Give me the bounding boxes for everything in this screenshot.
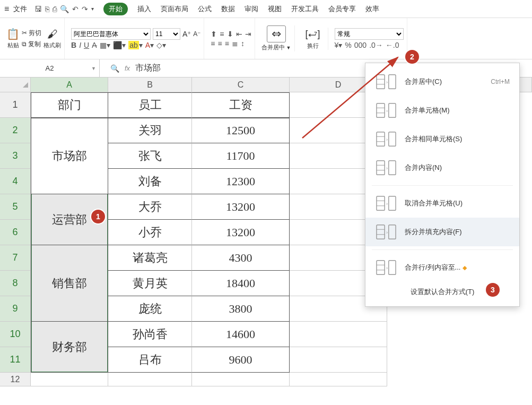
merge-menu-center[interactable]: ›合并居中(C)Ctrl+M xyxy=(365,67,519,96)
print-icon[interactable]: ⎙ xyxy=(53,5,57,13)
align-mid-icon[interactable]: ≡ xyxy=(220,30,224,38)
row-header[interactable]: 7 xyxy=(0,245,31,271)
tab-vip[interactable]: 会员专享 xyxy=(328,4,356,14)
cell[interactable]: 14600 xyxy=(192,322,290,347)
fill-color-button[interactable]: ⬛▾ xyxy=(113,41,126,49)
cell[interactable]: 13200 xyxy=(192,194,290,220)
col-header-C[interactable]: C xyxy=(192,77,290,92)
font-color-button[interactable]: A▾ xyxy=(145,41,154,49)
align-right-icon[interactable]: ≡ xyxy=(225,39,229,48)
cell[interactable]: 诸葛亮 xyxy=(108,245,192,271)
row-header[interactable]: 8 xyxy=(0,271,31,296)
dec-dec-icon[interactable]: ←.0 xyxy=(386,41,399,49)
align-just-icon[interactable]: ≣ xyxy=(232,39,238,48)
border-button[interactable]: ▦▾ xyxy=(100,41,110,49)
cell[interactable] xyxy=(290,373,387,386)
cell[interactable] xyxy=(108,373,192,386)
cell[interactable]: 张飞 xyxy=(108,143,192,169)
name-box[interactable]: A2 ▼ xyxy=(0,59,100,77)
redo-icon[interactable]: ↷ xyxy=(82,5,88,13)
tab-insert[interactable]: 插入 xyxy=(137,4,151,14)
cell[interactable]: 黄月英 xyxy=(108,271,192,296)
cell[interactable]: 13200 xyxy=(192,220,290,245)
italic-button[interactable]: I xyxy=(79,41,81,49)
merge-menu-content[interactable]: ›合并内容(N) xyxy=(365,153,519,182)
align-left-icon[interactable]: ≡ xyxy=(211,39,215,48)
cell[interactable]: 18400 xyxy=(192,271,290,296)
paste-button[interactable]: 📋粘贴 xyxy=(6,28,20,49)
decrease-font-icon[interactable]: A⁻ xyxy=(193,30,200,38)
tab-formula[interactable]: 公式 xyxy=(198,4,212,14)
cell[interactable] xyxy=(290,347,387,373)
row-header-1[interactable]: 1 xyxy=(0,92,31,118)
merge-menu-unmerge[interactable]: ›取消合并单元格(U) xyxy=(365,189,519,218)
indent-inc-icon[interactable]: ⇥ xyxy=(245,30,251,38)
tab-dev[interactable]: 开发工具 xyxy=(291,4,319,14)
row-header[interactable]: 3 xyxy=(0,143,31,169)
inc-dec-icon[interactable]: .0→ xyxy=(369,41,383,49)
merge-menu-same[interactable]: ›合并相同单元格(S) xyxy=(365,125,519,153)
cell[interactable] xyxy=(31,373,108,386)
preview-icon[interactable]: 🔍 xyxy=(60,5,69,13)
number-format-select[interactable]: 常规 xyxy=(335,28,404,40)
cell[interactable]: 工资 xyxy=(192,92,290,118)
merge-menu-cells[interactable]: ›合并单元格(M) xyxy=(365,96,519,125)
col-header-B[interactable]: B xyxy=(108,77,192,92)
cut-button[interactable]: ✂剪切 xyxy=(22,29,41,38)
cell[interactable]: 11700 xyxy=(192,143,290,169)
format-painter-button[interactable]: 🖌格式刷 xyxy=(43,28,61,49)
cell[interactable]: 12300 xyxy=(192,169,290,194)
copy-button[interactable]: ⧉复制 xyxy=(22,40,41,49)
merge-center-button[interactable]: ⇔ 合并居中 ▼ xyxy=(258,25,295,51)
row-header[interactable]: 4 xyxy=(0,169,31,194)
row-header[interactable]: 10 xyxy=(0,322,31,347)
cell[interactable]: 小乔 xyxy=(108,220,192,245)
row-header[interactable]: 5 xyxy=(0,194,31,220)
file-menu[interactable]: 文件 xyxy=(13,4,27,14)
align-top-icon[interactable]: ⬆ xyxy=(211,30,217,38)
chevron-down-icon[interactable]: ▼ xyxy=(91,66,96,71)
row-header[interactable]: 6 xyxy=(0,220,31,245)
fx-icon[interactable]: fx xyxy=(125,64,130,72)
tab-page-layout[interactable]: 页面布局 xyxy=(161,4,188,14)
phonetic-button[interactable]: ◇▾ xyxy=(156,41,166,49)
cell[interactable]: 关羽 xyxy=(108,118,192,143)
cell[interactable]: 孙尚香 xyxy=(108,322,192,347)
tab-data[interactable]: 数据 xyxy=(221,4,235,14)
save-icon[interactable]: 🖫 xyxy=(34,5,42,13)
bold-button[interactable]: B xyxy=(71,41,76,49)
row-header[interactable]: 2 xyxy=(0,118,31,143)
orient-icon[interactable]: ↕ xyxy=(241,39,245,48)
cell[interactable]: 3800 xyxy=(192,296,290,322)
cell[interactable] xyxy=(192,373,290,386)
merge-menu-split[interactable]: ›拆分并填充内容(F) xyxy=(365,218,519,246)
cell-merged[interactable]: 市场部 xyxy=(31,118,108,194)
cell[interactable]: 吕布 xyxy=(108,347,192,373)
comma-icon[interactable]: 000 xyxy=(354,41,367,49)
highlight-button[interactable]: ab▾ xyxy=(128,41,143,49)
select-all-corner[interactable] xyxy=(0,77,31,92)
saveas-icon[interactable]: ⎘ xyxy=(45,5,49,13)
cell-merged[interactable]: 财务部 xyxy=(31,322,108,373)
row-header-12[interactable]: 12 xyxy=(0,373,31,386)
cell[interactable]: 9600 xyxy=(192,347,290,373)
formula-input[interactable]: 市场部 xyxy=(135,63,161,74)
cell[interactable] xyxy=(290,322,387,347)
font-size-select[interactable]: 11 xyxy=(153,28,180,40)
row-header[interactable]: 11 xyxy=(0,347,31,373)
menu-icon[interactable]: ≡ xyxy=(4,4,9,14)
percent-icon[interactable]: % xyxy=(345,41,351,49)
cell[interactable]: 大乔 xyxy=(108,194,192,220)
cell[interactable]: 庞统 xyxy=(108,296,192,322)
cell-merged[interactable]: 销售部 xyxy=(31,245,108,322)
tab-review[interactable]: 审阅 xyxy=(245,4,258,14)
search-icon[interactable]: 🔍 xyxy=(110,64,119,73)
row-header[interactable]: 9 xyxy=(0,296,31,322)
tab-view[interactable]: 视图 xyxy=(268,4,282,14)
strike-button[interactable]: A̶ xyxy=(92,41,97,49)
col-header-A[interactable]: A xyxy=(31,77,108,92)
undo-icon[interactable]: ↶ xyxy=(72,5,79,13)
cell[interactable]: 刘备 xyxy=(108,169,192,194)
cell[interactable]: 12500 xyxy=(192,118,290,143)
currency-icon[interactable]: ¥▾ xyxy=(335,41,343,49)
